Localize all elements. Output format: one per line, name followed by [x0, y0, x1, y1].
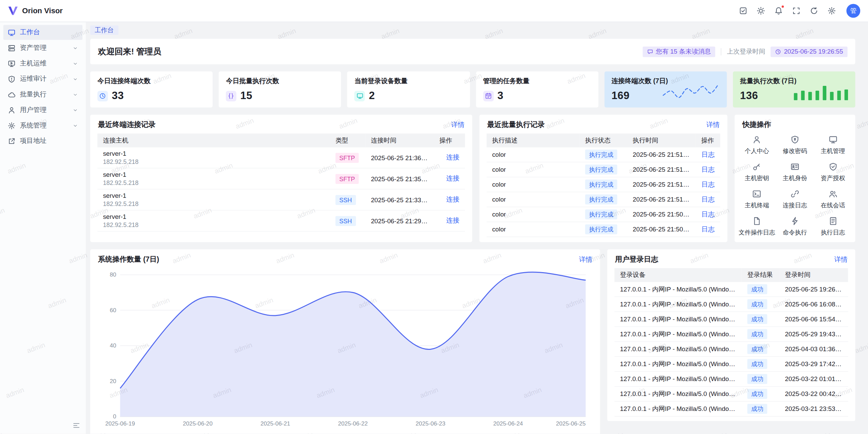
quick-action-icon	[829, 189, 837, 198]
stat-value: 2	[369, 90, 375, 102]
welcome-title: 欢迎回来! 管理员	[98, 46, 161, 57]
quick-action-label: 主机密钥	[745, 174, 769, 182]
quick-action-item[interactable]: 资产授权	[814, 162, 852, 182]
welcome-card: 欢迎回来! 管理员 您有 15 条未读消息 上次登录时间 2025-06-25 …	[90, 39, 855, 64]
sidebar-item[interactable]: 批量执行	[3, 87, 82, 102]
brand[interactable]: Orion Visor	[8, 6, 63, 16]
log-action-link[interactable]: 日志	[702, 150, 715, 158]
sidebar-item-label: 项目地址	[20, 136, 68, 146]
log-action-link[interactable]: 日志	[702, 225, 715, 233]
breadcrumb-item[interactable]: 工作台	[90, 25, 118, 35]
table-row: 127.0.0.1 - 内网IP - Mozilla/5.0 (Windows …	[614, 357, 848, 372]
card-title: 最近批量执行记录	[487, 120, 545, 130]
quick-action-item[interactable]: 个人中心	[738, 135, 776, 155]
log-action-link[interactable]: 日志	[702, 210, 715, 218]
quick-action-item[interactable]: 主机终端	[738, 189, 776, 209]
exec-status-badge: 执行完成	[585, 165, 617, 174]
table-row: server-1 182.92.5.218 SSH 2025-06-25 21:…	[97, 210, 465, 231]
sidebar-item-label: 系统管理	[20, 121, 68, 130]
connect-action-link[interactable]: 连接	[446, 153, 459, 161]
quick-action-label: 主机身份	[783, 174, 807, 182]
sidebar-menu: 工作台 资产管理 主机运维	[0, 25, 86, 148]
settings-gear-icon[interactable]	[828, 7, 836, 15]
sidebar-item[interactable]: 用户管理	[3, 102, 82, 117]
table-row: server-1 182.92.5.218 SSH 2025-06-25 21:…	[97, 189, 465, 210]
protocol-badge: SFTP	[335, 153, 359, 163]
login-result-badge: 成功	[747, 344, 767, 354]
quick-action-item[interactable]: 在线会话	[814, 189, 852, 209]
login-time: 2025-03-22 01:01:31	[780, 372, 848, 386]
chart-detail-link[interactable]: 详情	[579, 254, 592, 264]
stat-label: 今日连接终端次数	[97, 76, 205, 86]
stat-value: 169	[612, 90, 630, 102]
bottom-row: 系统操作数量 (7日) 详情 0204060802025-06-192025-0…	[90, 249, 855, 434]
fullscreen-icon[interactable]	[792, 7, 800, 15]
stat-label: 今日批量执行次数	[226, 76, 334, 86]
chevron-down-icon	[73, 45, 78, 51]
host-name: server-1	[103, 171, 324, 179]
quick-action-item[interactable]: 执行日志	[814, 216, 852, 237]
quick-action-item[interactable]: 主机密钥	[738, 162, 776, 182]
sidebar-item[interactable]: 系统管理	[3, 118, 82, 133]
stat-card-online-devices: 当前登录设备数量 2	[347, 72, 470, 108]
sidebar-item[interactable]: 项目地址	[3, 133, 82, 148]
theme-toggle-sun-icon[interactable]	[757, 7, 765, 15]
connect-action-link[interactable]: 连接	[446, 216, 459, 224]
quick-action-label: 在线会话	[821, 201, 845, 209]
login-logs-detail-link[interactable]: 详情	[834, 254, 847, 264]
chevron-down-icon	[73, 107, 78, 113]
sidebar-item-icon	[8, 106, 16, 114]
terminal-detail-link[interactable]: 详情	[451, 120, 465, 129]
sidebar-item-label: 运维审计	[20, 74, 68, 84]
quick-action-item[interactable]: 文件操作日志	[738, 216, 776, 237]
batch-detail-link[interactable]: 详情	[706, 120, 719, 129]
sidebar-item-label: 工作台	[20, 28, 68, 37]
log-action-link[interactable]: 日志	[702, 165, 715, 173]
quick-action-item[interactable]: 命令执行	[776, 216, 814, 237]
workflow-check-icon[interactable]	[739, 7, 747, 15]
braces-icon	[226, 91, 236, 101]
stat-card-terminal-today: 今日连接终端次数 33	[90, 72, 213, 108]
main-content: 工作台 欢迎回来! 管理员 您有 15 条未读消息 上次登录时间 2025-06…	[86, 22, 868, 434]
sidebar-item[interactable]: 资产管理	[3, 40, 82, 55]
sidebar-item[interactable]: 主机运维	[3, 56, 82, 71]
login-time: 2025-03-22 00:42:34	[780, 386, 848, 401]
refresh-icon[interactable]	[810, 7, 818, 15]
sidebar-item[interactable]: 工作台	[3, 25, 82, 40]
sidebar-collapse-icon[interactable]	[73, 421, 80, 429]
login-result-badge: 成功	[747, 389, 767, 399]
quick-action-icon	[790, 216, 799, 225]
quick-action-item[interactable]: 连接日志	[776, 189, 814, 209]
connect-action-link[interactable]: 连接	[446, 174, 459, 182]
table-row: 127.0.0.1 - 内网IP - Mozilla/5.0 (Windows …	[614, 282, 848, 297]
column-header: 执行描述	[487, 133, 579, 147]
sidebar-item-icon	[8, 121, 16, 129]
table-row: color 执行完成 2025-06-25 21:51:01 日志	[487, 192, 720, 207]
quick-action-item[interactable]: 主机身份	[776, 162, 814, 182]
user-avatar[interactable]: 管	[846, 4, 860, 18]
svg-text:2025-06-19: 2025-06-19	[105, 420, 135, 427]
notifications-bell-icon[interactable]	[774, 7, 783, 15]
column-header: 连接主机	[97, 133, 330, 147]
quick-action-item[interactable]: 主机管理	[814, 135, 852, 155]
sidebar-item[interactable]: 运维审计	[3, 72, 82, 87]
login-result-badge: 成功	[747, 314, 767, 324]
login-time: 2025-06-06 16:08:17	[780, 297, 848, 312]
middle-row: 最近终端连接记录 详情 连接主机 类型 连接时间 操作	[90, 115, 855, 242]
exec-description: color	[487, 207, 579, 222]
connect-action-link[interactable]: 连接	[446, 195, 459, 203]
sidebar-item-icon	[8, 60, 16, 68]
app-logo-icon	[8, 6, 18, 16]
stat-card-batch-7d: 批量执行次数 (7日) 136	[733, 72, 855, 108]
login-time: 2025-06-25 19:26:55	[780, 282, 848, 297]
login-device: 127.0.0.1 - 内网IP - Mozilla/5.0 (Windows …	[614, 401, 742, 416]
log-action-link[interactable]: 日志	[702, 180, 715, 188]
quick-action-item[interactable]: 修改密码	[776, 135, 814, 155]
sidebar-item-label: 主机运维	[20, 59, 68, 68]
terminal-connections-table: 连接主机 类型 连接时间 操作 server-1	[97, 133, 465, 231]
notification-dot	[781, 5, 785, 8]
unread-messages-chip[interactable]: 您有 15 条未读消息	[643, 46, 715, 57]
table-row: 127.0.0.1 - 内网IP - Mozilla/5.0 (Windows …	[614, 342, 848, 357]
log-action-link[interactable]: 日志	[702, 195, 715, 203]
quick-action-icon	[829, 135, 837, 144]
